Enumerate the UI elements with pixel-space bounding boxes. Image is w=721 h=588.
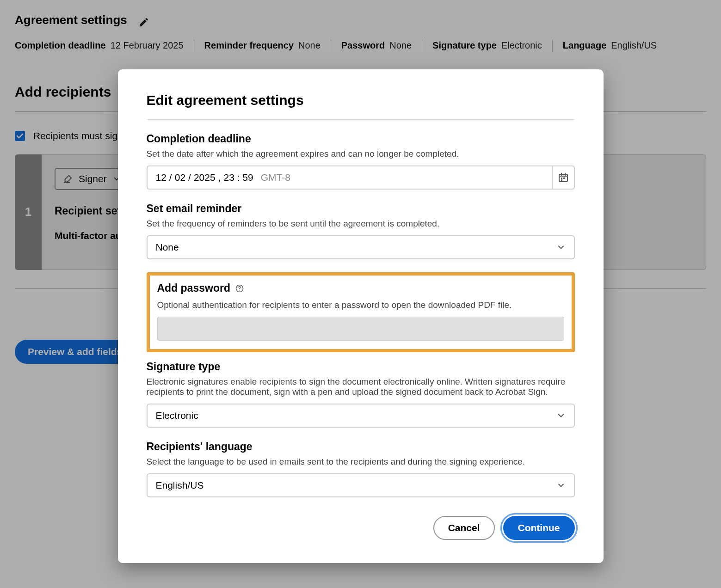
signature-type-select[interactable]: Electronic (147, 404, 575, 428)
completion-deadline-label: Completion deadline (147, 133, 575, 145)
completion-deadline-desc: Set the date after which the agreement e… (147, 149, 575, 159)
email-reminder-desc: Set the frequency of reminders to be sen… (147, 219, 575, 229)
modal-title: Edit agreement settings (147, 92, 575, 108)
svg-rect-4 (563, 178, 565, 179)
add-password-desc: Optional authentication for recipients t… (157, 300, 564, 310)
recipients-language-desc: Select the language to be used in emails… (147, 457, 575, 467)
signature-type-value: Electronic (156, 410, 198, 421)
svg-rect-3 (561, 178, 562, 179)
chevron-down-icon (556, 411, 566, 420)
recipients-language-section: Recipients' language Select the language… (147, 441, 575, 497)
add-password-label: Add password (157, 282, 230, 294)
edit-agreement-settings-modal: Edit agreement settings Completion deadl… (118, 69, 604, 563)
cancel-button[interactable]: Cancel (433, 516, 495, 540)
help-icon[interactable] (235, 284, 244, 293)
password-input[interactable] (157, 317, 564, 341)
completion-deadline-input[interactable]: 12/ 02/ 2025, 23 : 59 GMT-8 (147, 165, 552, 190)
signature-type-desc: Electronic signatures enable recipients … (147, 377, 575, 397)
chevron-down-icon (556, 243, 566, 252)
recipients-language-value: English/US (156, 480, 204, 491)
email-reminder-select[interactable]: None (147, 235, 575, 259)
chevron-down-icon (556, 481, 566, 490)
recipients-language-label: Recipients' language (147, 441, 575, 453)
svg-point-7 (239, 289, 240, 290)
signature-type-section: Signature type Electronic signatures ena… (147, 361, 575, 428)
continue-button[interactable]: Continue (503, 516, 575, 540)
calendar-icon (558, 172, 569, 183)
signature-type-label: Signature type (147, 361, 575, 373)
completion-deadline-section: Completion deadline Set the date after w… (147, 133, 575, 190)
email-reminder-section: Set email reminder Set the frequency of … (147, 202, 575, 259)
recipients-language-select[interactable]: English/US (147, 473, 575, 497)
divider (147, 119, 575, 120)
calendar-button[interactable] (552, 165, 575, 190)
email-reminder-label: Set email reminder (147, 202, 575, 215)
email-reminder-value: None (156, 242, 179, 253)
svg-rect-5 (561, 179, 562, 181)
add-password-section: Add password Optional authentication for… (147, 272, 575, 352)
